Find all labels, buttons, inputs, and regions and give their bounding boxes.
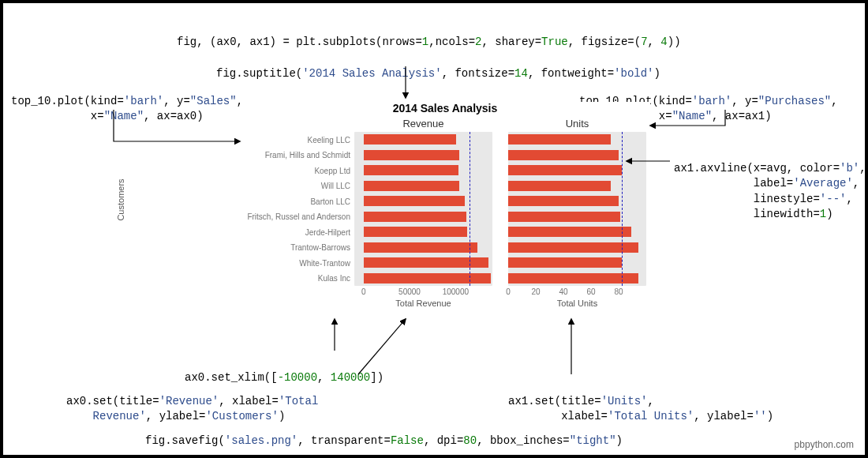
- subplot-revenue: Revenue 050000100000 Total Revenue: [354, 118, 492, 299]
- bar: [508, 165, 622, 175]
- bar: [508, 196, 619, 206]
- xticks-revenue: 050000100000: [354, 287, 492, 298]
- bar: [508, 242, 638, 253]
- xtick: 0: [506, 287, 511, 296]
- average-line: [470, 132, 470, 286]
- bar: [364, 134, 457, 145]
- y-category-label: Koepp Ltd: [232, 166, 350, 175]
- subplot-units: Units 020406080 Total Units: [508, 118, 646, 299]
- xtick: 50000: [398, 287, 421, 296]
- y-category-label: White-Trantow: [232, 258, 350, 267]
- y-category-label: Jerde-Hilpert: [232, 227, 350, 236]
- xtick: 20: [531, 287, 540, 296]
- bar: [364, 273, 491, 283]
- xtick: 80: [614, 287, 623, 296]
- code-savefig: fig.savefig('sales.png', transparent=Fal…: [145, 418, 623, 449]
- y-category-label: Kulas Inc: [232, 274, 350, 283]
- y-category-label: Frami, Hills and Schmidt: [232, 151, 350, 160]
- xlabel-revenue: Total Revenue: [354, 298, 492, 308]
- xticks-units: 020406080: [508, 287, 646, 298]
- suptitle: 2014 Sales Analysis: [240, 102, 650, 114]
- xtick: 0: [361, 287, 366, 296]
- bar: [508, 227, 631, 237]
- code-avline: ax1.axvline(x=avg, color='b', label='Ave…: [674, 145, 866, 223]
- xtick: 100000: [443, 287, 469, 296]
- bar: [364, 227, 468, 237]
- matplotlib-figure: 2014 Sales Analysis Customers Keeling LL…: [240, 102, 650, 319]
- code-suptitle: fig.suptitle('2014 Sales Analysis', font…: [216, 51, 660, 81]
- code-subplots: fig, (ax0, ax1) = plt.subplots(nrows=1,n…: [177, 19, 681, 50]
- bar: [364, 165, 458, 175]
- bar: [364, 181, 459, 191]
- subplot-title-revenue: Revenue: [354, 118, 492, 132]
- footer-credit: pbpython.com: [795, 439, 854, 450]
- y-category-label: Trantow-Barrows: [232, 243, 350, 252]
- bar: [364, 212, 467, 222]
- xtick: 40: [559, 287, 567, 296]
- plot-area-revenue: [354, 132, 492, 286]
- bar: [508, 212, 620, 222]
- bar: [508, 181, 611, 191]
- bar: [364, 242, 478, 253]
- yaxis-label: Customers: [116, 178, 125, 220]
- y-category-label: Keeling LLC: [232, 135, 350, 144]
- code-top10-left: top_10.plot(kind='barh', y="Sales", x="N…: [11, 78, 243, 125]
- y-category-labels: Keeling LLCFrami, Hills and SchmidtKoepp…: [232, 132, 350, 286]
- bar: [508, 134, 611, 145]
- y-category-label: Fritsch, Russel and Anderson: [232, 212, 350, 221]
- xlabel-units: Total Units: [508, 298, 646, 308]
- bar: [364, 196, 465, 206]
- bar: [508, 273, 638, 283]
- y-category-label: Barton LLC: [232, 197, 350, 205]
- bar: [508, 257, 622, 268]
- bar: [508, 150, 619, 160]
- bar: [364, 150, 459, 160]
- xtick: 60: [586, 287, 595, 296]
- y-category-label: Will LLC: [232, 182, 350, 190]
- average-line: [622, 132, 623, 286]
- subplot-title-units: Units: [508, 118, 646, 132]
- plot-area-units: [508, 132, 646, 286]
